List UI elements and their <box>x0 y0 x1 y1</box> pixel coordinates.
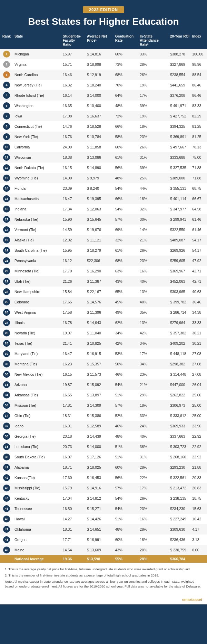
cell-index: 81.25 <box>191 132 207 142</box>
cell-attendance: 30% <box>138 214 169 225</box>
cell-price: $ 14,426 <box>86 514 114 524</box>
cell-price: $ 11,858 <box>86 142 114 152</box>
cell-roi: $394,325 <box>169 121 191 132</box>
cell-rank: 8 <box>0 132 13 142</box>
cell-rank: 11 <box>0 152 13 163</box>
cell-ratio: 20.73 <box>61 442 86 452</box>
cell-price: $ 16,991 <box>86 534 114 545</box>
cell-price: $ 18,279 <box>86 245 114 256</box>
cell-price: $ 14,812 <box>86 493 114 503</box>
cell-ratio: 17.04 <box>61 493 86 503</box>
cell-index: 0.00 <box>191 545 207 555</box>
cell-index: 27.08 <box>191 369 207 380</box>
cell-grad: 51% <box>114 514 139 524</box>
cell-ratio: 19.87 <box>61 380 86 390</box>
cell-state: New Hampshire <box>13 287 61 297</box>
cell-grad: 54% <box>114 493 139 503</box>
cell-attendance: 40% <box>138 297 169 307</box>
cell-state: Oregon <box>13 534 61 545</box>
cell-roi: $ 213,472 <box>169 483 191 493</box>
cell-roi: $ 347,977 <box>169 204 191 214</box>
cell-state: California <box>13 142 61 152</box>
cell-rank: 42 <box>0 472 13 483</box>
rank-badge: 12 <box>3 175 10 181</box>
cell-index: 100.00 <box>191 49 207 59</box>
rank-badge: 19 <box>3 237 10 243</box>
page-container: 2022 EDITION Best States for Higher Educ… <box>0 0 207 604</box>
cell-index: 54.17 <box>191 245 207 256</box>
cell-rank: 12 <box>0 163 13 173</box>
table-section: Rank State Student-to-Faculty Ratio Aver… <box>0 32 207 563</box>
rank-badge: 33 <box>3 381 10 388</box>
cell-grad: 73% <box>114 59 139 70</box>
cell-index: 25.00 <box>191 390 207 400</box>
cell-attendance: 14% <box>138 225 169 235</box>
cell-grad: 60% <box>114 462 139 472</box>
cell-index: 15.63 <box>191 503 207 514</box>
table-row: 6 Washington 16.65 $ 10,400 48% 39% $ 49… <box>0 101 207 111</box>
cell-price: $ 11,040 <box>86 328 114 338</box>
rank-badge: 28 <box>3 330 10 336</box>
cell-grad: 56% <box>114 163 139 173</box>
cell-attendance: 32% <box>138 204 169 214</box>
cell-roi: $ 327,535 <box>169 163 191 173</box>
cell-grad: 62% <box>114 318 139 328</box>
cell-state: Pennsylvania <box>13 256 61 266</box>
cell-state: Utah (Tie) <box>13 276 61 287</box>
cell-price: $ 8,240 <box>86 183 114 194</box>
cell-roi: $ 497,667 <box>169 142 191 152</box>
cell-rank: 2 <box>0 59 13 70</box>
cell-state: Arkansas (Tie) <box>13 390 61 400</box>
cell-state: Arizona <box>13 380 61 390</box>
cell-ratio: 23.39 <box>61 183 86 194</box>
cell-roi: $369,967 <box>169 266 191 276</box>
cell-attendance: 13% <box>138 287 169 297</box>
cell-grad: 58% <box>114 132 139 142</box>
cell-roi: $322,550 <box>169 225 191 235</box>
cell-price: $ 13,897 <box>86 390 114 400</box>
rank-badge: 45 <box>3 505 10 512</box>
cell-grad: 57% <box>114 214 139 225</box>
cell-rank: 28 <box>0 338 13 349</box>
national-average-row: National Average 19.36 $13,598 55% 28% $… <box>0 555 207 563</box>
cell-ratio: 16.78 <box>61 318 86 328</box>
cell-state: Hawaii <box>13 514 61 524</box>
cell-price: $ 18,240 <box>86 80 114 90</box>
cell-price: $ 16,915 <box>86 349 114 359</box>
rank-badge: 25 <box>3 299 10 305</box>
cell-grad: 61% <box>114 152 139 163</box>
rank-badge: 49 <box>3 547 10 553</box>
cell-price: $ 10,784 <box>86 132 114 142</box>
cell-roi: $ 227,249 <box>169 514 191 524</box>
cell-attendance: 20% <box>138 545 169 555</box>
cell-ratio: 16.46 <box>61 70 86 80</box>
rank-badge: 10 <box>3 144 10 150</box>
cell-index: 42.71 <box>191 266 207 276</box>
cell-ratio: 21.26 <box>61 276 86 287</box>
cell-roi: $269,926 <box>169 245 191 256</box>
rank-badge: 7 <box>3 113 10 120</box>
cell-index: 22.92 <box>191 442 207 452</box>
cell-roi: $ 448,118 <box>169 349 191 359</box>
table-row: 3 North Carolina 16.46 $ 12,919 68% 26% … <box>0 70 207 80</box>
cell-ratio: 14.59 <box>61 225 86 235</box>
cell-state: Montana (Tie) <box>13 359 61 369</box>
cell-ratio: 16.91 <box>61 421 86 431</box>
cell-ratio: 17.65 <box>61 297 86 307</box>
cell-index: 34.38 <box>191 307 207 318</box>
cell-roi: $ 303,723 <box>169 442 191 452</box>
cell-index: 81.25 <box>191 121 207 132</box>
cell-roi: $262,822 <box>169 390 191 400</box>
rank-badge: 17 <box>3 226 10 233</box>
cell-rank: 38 <box>0 442 13 452</box>
cell-index: 20.83 <box>191 483 207 493</box>
cell-index: 68.75 <box>191 183 207 194</box>
cell-state: West Virginia <box>13 307 61 318</box>
cell-roi: $ 355,131 <box>169 183 191 194</box>
table-row: 44 Kentucky 17.04 $ 14,812 54% 26% $ 238… <box>0 493 207 503</box>
table-row: 34 Ohio (Tie) 18.31 $ 15,386 52% 33% $ 3… <box>0 411 207 421</box>
col-ratio: Student-to-Faculty Ratio <box>61 32 86 49</box>
table-row: 28 Nevada (Tie) 19.07 $ 11,040 34% 42% $… <box>0 328 207 338</box>
cell-price: $ 14,000 <box>86 90 114 101</box>
cell-index: 22.92 <box>191 431 207 442</box>
